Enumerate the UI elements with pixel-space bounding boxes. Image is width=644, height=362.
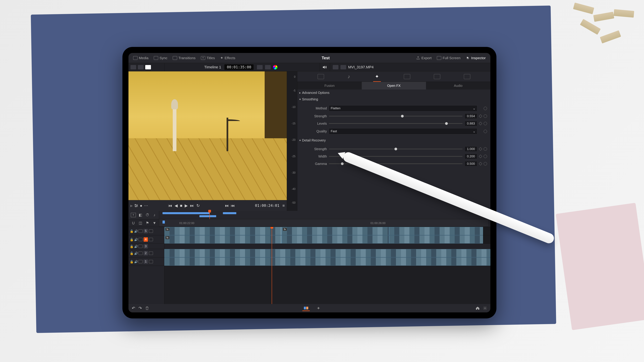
trash-icon[interactable] — [145, 306, 149, 310]
gamma-slider[interactable] — [329, 163, 462, 164]
speaker-icon[interactable]: 🔊 — [134, 245, 138, 248]
keyframe-icon[interactable] — [479, 114, 482, 118]
track-num[interactable]: 1 — [144, 259, 148, 264]
subtab-openfx[interactable]: Open FX — [362, 82, 426, 89]
arrow-tool-icon[interactable]: ▹ — [130, 203, 132, 208]
levels-slider[interactable] — [329, 123, 462, 124]
loop-icon[interactable]: ↻ — [196, 203, 200, 208]
more-icon[interactable]: ⋯ — [144, 203, 148, 208]
timeline-timecode[interactable]: 00:01:35:00 — [224, 64, 254, 70]
track-header-5[interactable]: 🔓 🔊 5 — [128, 227, 164, 235]
crop-tool-icon[interactable]: ◧ — [138, 213, 143, 217]
section-smoothing[interactable]: ▾ Smoothing — [299, 96, 488, 103]
section-detail[interactable]: ▾ Detail Recovery — [299, 137, 488, 144]
reset-icon[interactable] — [484, 162, 487, 165]
link-icon[interactable]: ◫ — [138, 221, 143, 225]
track-num[interactable]: 5 — [144, 229, 148, 233]
fullscreen-button[interactable]: Full Screen — [435, 55, 462, 61]
section-advanced[interactable]: ▸ Advanced Options — [299, 89, 488, 96]
track-num[interactable]: 4 — [144, 237, 148, 242]
strength-slider[interactable] — [329, 116, 462, 116]
keyframe-icon[interactable] — [479, 122, 482, 125]
sync-button[interactable]: Sync — [152, 55, 170, 61]
video-icon[interactable] — [138, 238, 142, 241]
keyframe-icon[interactable] — [479, 155, 482, 158]
speaker-icon[interactable]: 🔊 — [134, 229, 138, 233]
method-select[interactable]: Flatten ⌄ — [329, 105, 477, 111]
transport-timecode[interactable]: 01:00:24:01 — [255, 203, 281, 208]
tab-effects-icon[interactable]: ✦ — [374, 74, 380, 79]
record-icon[interactable]: ● — [140, 203, 142, 208]
mute-button[interactable] — [320, 63, 330, 71]
reset-icon[interactable] — [484, 155, 487, 158]
video-icon[interactable] — [138, 252, 142, 255]
speaker-icon[interactable]: 🔊 — [134, 260, 138, 263]
effects-button[interactable]: ✦ Effects — [218, 55, 237, 61]
clip[interactable] — [389, 227, 483, 235]
track-num[interactable]: 3 — [144, 244, 148, 249]
stop-icon[interactable]: ■ — [180, 203, 182, 208]
reset-icon[interactable] — [484, 130, 487, 133]
tab-image-icon[interactable] — [434, 74, 440, 79]
step-back-icon[interactable]: ◀ — [174, 203, 178, 208]
track-header-1[interactable]: 🔓 🔊 1 — [128, 257, 164, 266]
keyframe-icon[interactable] — [479, 162, 482, 165]
skip-back-icon[interactable]: ⏮ — [168, 203, 172, 208]
viewer-image[interactable] — [128, 71, 287, 200]
detail-strength-slider[interactable] — [329, 149, 462, 149]
subtab-audio[interactable]: Audio — [426, 82, 490, 89]
video-icon[interactable] — [138, 229, 142, 233]
track-header-4[interactable]: 🔓 🔊 4 — [128, 235, 164, 244]
detail-strength-value[interactable]: 1.000 — [464, 146, 477, 152]
media-button[interactable]: Media — [131, 55, 150, 61]
menu-icon[interactable]: ≡ — [282, 203, 285, 208]
clip[interactable] — [389, 235, 483, 244]
transitions-button[interactable]: Transitions — [171, 55, 198, 61]
video-icon[interactable] — [138, 245, 142, 248]
view-mode-2-icon[interactable] — [138, 65, 144, 69]
marker-tool-icon[interactable]: ♪ — [152, 213, 157, 217]
marker-add-icon[interactable]: ▼ — [152, 221, 157, 225]
clip[interactable] — [164, 249, 490, 257]
camera-icon[interactable] — [257, 65, 263, 69]
lock-icon[interactable]: 🔓 — [130, 245, 133, 248]
track-header-2[interactable]: 🔓 🔊 2 — [128, 249, 164, 257]
adjust-icon[interactable] — [134, 204, 138, 207]
undo-icon[interactable]: ↶ — [132, 306, 135, 311]
clip[interactable] — [282, 235, 389, 244]
width-value[interactable]: 0.200 — [464, 154, 477, 159]
keyframe-icon[interactable] — [479, 147, 482, 151]
track-header-3[interactable]: 🔓 🔊 3 — [128, 244, 164, 249]
marker-icon[interactable] — [162, 221, 165, 224]
title-tool-icon[interactable]: T — [131, 213, 136, 217]
view-mode-1-icon[interactable] — [130, 65, 136, 69]
redo-icon[interactable]: ↷ — [138, 306, 142, 311]
image-mode-icon[interactable] — [333, 65, 338, 69]
tab-file-icon[interactable] — [464, 74, 470, 79]
lock-icon[interactable]: 🔓 — [130, 229, 133, 233]
tab-audio-icon[interactable]: ♪ — [348, 74, 350, 79]
tab-video-icon[interactable] — [318, 74, 324, 79]
in-point-icon[interactable]: ⏭ — [225, 203, 229, 208]
skip-fwd-icon[interactable]: ⏭ — [190, 203, 194, 208]
dual-mode-icon[interactable] — [340, 65, 346, 69]
page-edit-icon[interactable]: ✦ — [315, 305, 322, 311]
lock-icon[interactable]: 🔓 — [130, 260, 133, 263]
lock-icon[interactable]: 🔓 — [130, 252, 133, 255]
timeline-tracks[interactable] — [164, 227, 490, 304]
speed-tool-icon[interactable]: ⏱ — [145, 213, 150, 217]
speaker-icon[interactable]: 🔊 — [134, 238, 138, 241]
clip[interactable] — [164, 235, 282, 244]
lock-icon[interactable]: 🔓 — [130, 238, 133, 241]
timeline-name[interactable]: Timeline 1 — [204, 65, 221, 69]
gamma-value[interactable]: 0.500 — [464, 161, 477, 166]
clip[interactable] — [282, 227, 389, 235]
reset-icon[interactable] — [484, 147, 487, 151]
strength-value[interactable]: 0.554 — [464, 113, 477, 119]
inspector-button[interactable]: Inspector — [464, 55, 488, 61]
out-point-icon[interactable]: ⏮ — [231, 203, 235, 208]
snap-icon[interactable] — [131, 221, 136, 225]
track-num[interactable]: 2 — [144, 251, 148, 255]
speaker-icon[interactable]: 🔊 — [134, 252, 138, 255]
quality-select[interactable]: Fast ⌄ — [329, 128, 477, 134]
